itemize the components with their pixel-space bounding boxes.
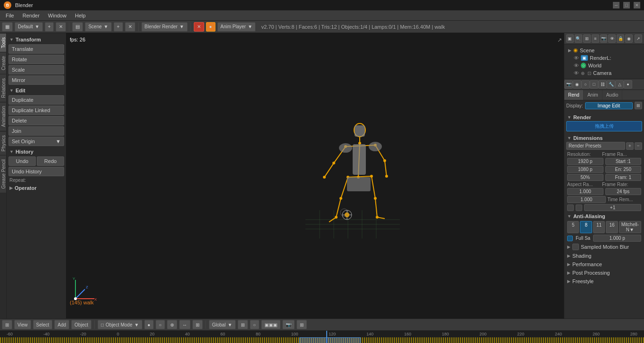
operator-section-header[interactable]: ▶ Operator (8, 183, 64, 193)
view-menu-btn[interactable]: View (14, 320, 31, 329)
layout-dropdown[interactable]: Default ▼ (15, 22, 43, 32)
mirror-button[interactable]: Mirror (8, 75, 64, 85)
expand-right-icon-btn[interactable]: ↗ (635, 34, 642, 43)
menu-file[interactable]: File (2, 12, 18, 19)
engine-dropdown[interactable]: Blender Render ▼ (141, 22, 188, 32)
lock-icon-btn[interactable]: 🔒 (617, 34, 624, 43)
props-scene-icon[interactable]: ◉ (573, 80, 581, 89)
scale-button[interactable]: Scale (8, 65, 64, 74)
filter-icon-btn[interactable]: ≡ (592, 34, 599, 43)
aa-btn-8[interactable]: 8 (580, 221, 592, 233)
edit-section-header[interactable]: ▼ Edit (8, 86, 64, 95)
proportional-btn[interactable]: ○ (250, 320, 259, 329)
render-section-header[interactable]: ▼ Render (566, 113, 642, 121)
undo-history-button[interactable]: Undo History (8, 167, 64, 176)
performance-header[interactable]: ▶ Performance (566, 260, 642, 269)
viewport[interactable]: fps: 26 ↗ (66, 33, 564, 318)
end-frame-input[interactable]: En: 250 (605, 166, 642, 173)
filter-dropdown[interactable]: Mitchell-N▼ (619, 221, 641, 233)
freestyle-header[interactable]: ▶ Freestyle (566, 277, 642, 286)
render-preview-btn[interactable]: 📷 (282, 320, 295, 329)
search-icon-btn[interactable]: 🔍 (575, 34, 582, 43)
res-y-input[interactable]: 1080 p (567, 166, 603, 173)
screen-layout-icon-btn[interactable]: ▦ (2, 22, 13, 32)
tree-camera-item[interactable]: 👁 ⊕ ⊡ Camera (566, 69, 642, 77)
rotate-button[interactable]: Rotate (8, 55, 64, 64)
sidebar-tab-grease-pencil[interactable]: Grease Pencil (0, 155, 6, 193)
object-mode-dropdown[interactable]: □ Object Mode ▼ (98, 320, 142, 329)
manipulator-btn[interactable]: ↔ (179, 320, 190, 329)
aspect-y-input[interactable]: 1.000 (567, 196, 606, 203)
post-processing-header[interactable]: ▶ Post Processing (566, 269, 642, 277)
outliner-icon-btn[interactable]: ▣ (566, 34, 574, 43)
aa-btn-16[interactable]: 16 (606, 221, 618, 233)
redo-button[interactable]: Redo (37, 156, 64, 166)
game-logic-btns[interactable]: ▣▣▣ (261, 320, 281, 329)
checkbox-1[interactable] (567, 204, 574, 211)
global-dropdown[interactable]: Global ▼ (209, 320, 236, 329)
remove-layout-btn[interactable]: ✕ (56, 22, 66, 32)
props-constraints-icon[interactable]: ⛓ (598, 80, 607, 89)
sidebar-tab-create[interactable]: Create (0, 52, 6, 74)
fps-input[interactable]: 24 fps (605, 188, 642, 195)
sampled-motion-header[interactable]: ▶ Sampled Motion Blur (566, 242, 642, 252)
select-menu-btn[interactable]: Select (33, 320, 53, 329)
props-render-icon[interactable]: 📷 (564, 80, 573, 89)
sidebar-tab-relations[interactable]: Relations (0, 74, 6, 102)
aspect-x-input[interactable]: 1.000 (567, 188, 603, 195)
props-material-icon[interactable]: ● (624, 80, 632, 89)
props-world-icon[interactable]: ○ (581, 80, 590, 89)
pivot-btn[interactable]: ⊕ (167, 320, 177, 329)
res-x-input[interactable]: 1920 p (567, 158, 603, 165)
expand-viewport-icon[interactable]: ↗ (557, 37, 562, 43)
scene-dropdown[interactable]: Scene ▼ (85, 22, 111, 32)
minimize-button[interactable]: ─ (613, 2, 619, 8)
timeline-area[interactable]: -60 -40 -20 0 20 40 60 80 100 120 140 16… (0, 331, 644, 343)
set-origin-button[interactable]: Set Origin ▼ (8, 137, 64, 146)
sampled-checkbox[interactable] (572, 244, 579, 250)
anim-player-dropdown[interactable]: Anim Player ▼ (217, 22, 256, 32)
remove-scene-btn[interactable]: ✕ (125, 22, 135, 32)
viewport-menu-icon[interactable]: ⊞ (2, 320, 12, 329)
menu-render[interactable]: Render (19, 12, 43, 19)
aa-btn-11[interactable]: 11 (593, 221, 605, 233)
layers-icon-btn[interactable]: ⊞ (583, 34, 591, 43)
props-modifier-icon[interactable]: 🔧 (607, 80, 615, 89)
scene-icon-btn[interactable]: ▤ (72, 22, 83, 32)
duplicate-button[interactable]: Duplicate (8, 95, 64, 105)
add-layout-btn[interactable]: + (45, 22, 54, 32)
tree-render-item[interactable]: 👁 ▣ RenderL: (566, 54, 642, 62)
sidebar-tab-animation[interactable]: Animation (0, 102, 6, 131)
menu-help[interactable]: Help (71, 12, 90, 19)
anim-player-stop-btn[interactable]: ✕ (194, 22, 204, 32)
viewport-shade-btn[interactable]: ● (144, 320, 154, 329)
translate-button[interactable]: Translate (8, 44, 64, 54)
shading-header[interactable]: ▶ Shading (566, 252, 642, 260)
join-button[interactable]: Join (8, 126, 64, 136)
close-button[interactable]: ✕ (634, 2, 640, 8)
aa-section-header[interactable]: ▼ Anti-Aliasing (566, 212, 642, 220)
time-val-input[interactable]: +1 (584, 204, 641, 211)
checkbox-2[interactable] (576, 204, 582, 211)
sidebar-tab-physics[interactable]: Physics (0, 131, 6, 155)
full-sa-checkbox[interactable] (567, 236, 573, 241)
full-sa-value[interactable]: 1.000 p (593, 235, 641, 242)
presets-add-icon[interactable]: + (626, 142, 634, 150)
fram-input[interactable]: Fram: 1 (605, 174, 642, 181)
viewport-wire-btn[interactable]: ○ (156, 320, 165, 329)
viewport-settings-btn[interactable]: ⊞ (297, 320, 307, 329)
props-data-icon[interactable]: △ (615, 80, 624, 89)
display-extra-btn[interactable]: ⊞ (635, 102, 642, 109)
dimensions-section-header[interactable]: ▼ Dimensions (566, 133, 642, 142)
transform-section-header[interactable]: ▼ Transform (8, 35, 64, 44)
tree-world-item[interactable]: 👁 ○ World (566, 62, 642, 69)
audio-tab[interactable]: Audio (603, 90, 623, 100)
camera-right-icon-btn[interactable]: 📷 (600, 34, 608, 43)
maximize-button[interactable]: □ (623, 2, 630, 8)
delete-button[interactable]: Delete (8, 116, 64, 125)
rend-tab[interactable]: Rend (564, 90, 584, 100)
visibility-icon-btn[interactable]: 👁 (608, 34, 616, 43)
props-object-icon[interactable]: □ (590, 80, 598, 89)
snap-btn[interactable]: ⊞ (238, 320, 248, 329)
start-frame-input[interactable]: Start :1 (605, 158, 642, 165)
